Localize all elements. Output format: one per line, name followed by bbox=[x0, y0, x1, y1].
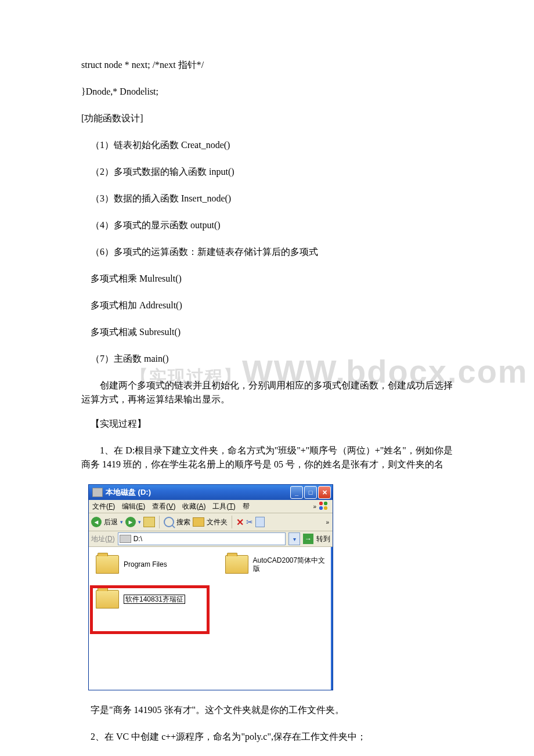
explorer-window: 本地磁盘 (D:) _ □ ✕ 文件(F) 编辑(E) 查看(V) 收藏(A) … bbox=[88, 484, 333, 690]
window-title: 本地磁盘 (D:) bbox=[106, 487, 289, 498]
body-text: 2、在 VC 中创建 c++源程序，命名为"poly.c",保存在工作文件夹中； bbox=[81, 730, 453, 744]
back-button[interactable]: 后退 bbox=[104, 517, 118, 527]
address-path: D:\ bbox=[134, 535, 142, 543]
folders-icon[interactable] bbox=[193, 517, 204, 527]
cut-icon[interactable]: ✂ bbox=[246, 517, 253, 527]
folder-label: Program Files bbox=[124, 560, 167, 568]
minimize-button[interactable]: _ bbox=[290, 486, 303, 499]
search-button[interactable]: 搜索 bbox=[176, 517, 190, 527]
menu-help[interactable]: 帮 bbox=[243, 502, 250, 512]
address-field[interactable]: D:\ bbox=[118, 532, 286, 545]
toolbar-separator bbox=[232, 516, 232, 528]
forward-dropdown-icon[interactable]: ▾ bbox=[138, 519, 141, 525]
folder-icon bbox=[225, 555, 248, 574]
toolbar-overflow-icon[interactable]: » bbox=[326, 519, 329, 525]
drive-icon bbox=[120, 535, 131, 543]
body-paragraph: 创建两个多项式的链表并且初始化，分别调用相应的多项式创建函数，创建成功后选择运算… bbox=[81, 379, 453, 406]
body-paragraph: 1、在 D:根目录下建立文件夹，命名方式为"班级"+"顺序号（两位）+"姓名"，… bbox=[81, 444, 453, 471]
delete-icon[interactable]: ✕ bbox=[236, 517, 244, 528]
address-bar: 地址(D) D:\ ▾ → 转到 bbox=[89, 531, 333, 547]
menu-file[interactable]: 文件(F) bbox=[92, 502, 115, 512]
menu-favorites[interactable]: 收藏(A) bbox=[182, 502, 205, 512]
list-item: （2）多项式数据的输入函数 input() bbox=[81, 165, 453, 179]
section-heading: [功能函数设计] bbox=[81, 111, 453, 125]
folder-icon bbox=[96, 555, 119, 574]
file-pane[interactable]: Program Files AutoCAD2007简体中文版 软件140831齐… bbox=[89, 547, 333, 690]
back-dropdown-icon[interactable]: ▾ bbox=[120, 519, 123, 525]
folder-item[interactable]: Program Files bbox=[96, 555, 202, 574]
body-text: 多项式相加 Addresult() bbox=[81, 298, 453, 312]
list-item: （1）链表初始化函数 Creat_node() bbox=[81, 138, 453, 152]
address-label: 地址(D) bbox=[91, 534, 115, 544]
menubar: 文件(F) 编辑(E) 查看(V) 收藏(A) 工具(T) 帮 » bbox=[89, 500, 333, 513]
body-text: 多项式相乘 Mulresult() bbox=[81, 272, 453, 286]
list-item: （3）数据的插入函数 Insert_node() bbox=[81, 192, 453, 206]
section-heading: 【实现过程】 bbox=[81, 417, 453, 431]
address-dropdown-icon[interactable]: ▾ bbox=[288, 532, 300, 545]
maximize-button[interactable]: □ bbox=[304, 486, 317, 499]
menu-view[interactable]: 查看(V) bbox=[152, 502, 175, 512]
window-titlebar[interactable]: 本地磁盘 (D:) _ □ ✕ bbox=[89, 485, 333, 500]
code-line: struct node * next; /*next 指针*/ bbox=[81, 58, 453, 72]
back-icon[interactable]: ◄ bbox=[91, 517, 102, 527]
highlight-annotation bbox=[90, 585, 210, 634]
toolbar-separator bbox=[159, 516, 160, 528]
list-item: （7）主函数 main() bbox=[81, 352, 453, 366]
list-item: （6）多项式的运算函数：新建链表存储计算后的多项式 bbox=[81, 245, 453, 259]
copy-icon[interactable] bbox=[255, 517, 265, 527]
up-folder-icon[interactable] bbox=[143, 517, 155, 527]
code-line: }Dnode,* Dnodelist; bbox=[81, 85, 453, 99]
search-icon[interactable] bbox=[164, 517, 174, 527]
forward-icon[interactable]: ► bbox=[125, 517, 136, 527]
list-item: （4）多项式的显示函数 output() bbox=[81, 218, 453, 232]
menu-tools[interactable]: 工具(T) bbox=[212, 502, 235, 512]
folders-button[interactable]: 文件夹 bbox=[207, 517, 228, 527]
menu-edit[interactable]: 编辑(E) bbox=[122, 502, 145, 512]
windows-logo-icon bbox=[319, 501, 330, 512]
folder-label: AutoCAD2007简体中文版 bbox=[253, 556, 331, 573]
go-button[interactable]: 转到 bbox=[316, 534, 330, 544]
body-text: 字是"商务 141905 张有才"。这个文件夹就是你的工作文件夹。 bbox=[81, 703, 453, 717]
go-icon[interactable]: → bbox=[303, 534, 313, 544]
folder-item[interactable]: AutoCAD2007简体中文版 bbox=[225, 555, 331, 574]
menu-overflow-icon[interactable]: » bbox=[313, 503, 316, 510]
drive-icon bbox=[92, 488, 103, 497]
body-text: 多项式相减 Subresult() bbox=[81, 325, 453, 339]
toolbar: ◄ 后退 ▾ ► ▾ 搜索 文件夹 ✕ ✂ » bbox=[89, 513, 333, 531]
close-button[interactable]: ✕ bbox=[318, 486, 331, 499]
